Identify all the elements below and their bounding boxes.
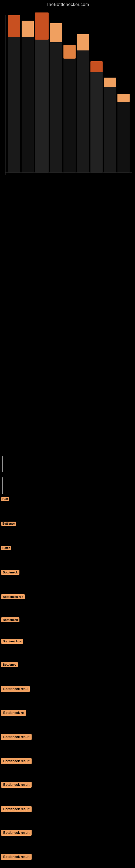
result-badge-6: Bottleneck [1, 617, 19, 622]
result-item-6: Bottleneck [1, 617, 19, 622]
svg-rect-6 [77, 34, 89, 173]
result-item-9: Bottleneck resu [1, 686, 30, 692]
result-badge-9: Bottleneck resu [1, 686, 30, 692]
svg-rect-8 [104, 78, 116, 173]
result-badge-13: Bottleneck result [1, 782, 32, 788]
result-badge-11: Bottleneck result [1, 734, 32, 740]
site-title: TheBottlenecker.com [0, 0, 135, 7]
result-item-5: Bottleneck res [1, 594, 25, 599]
result-item-13: Bottleneck result [1, 782, 32, 788]
result-item-16: Bottleneck result [1, 854, 32, 860]
result-badge-2: Bottlenec [1, 522, 16, 526]
svg-rect-10 [8, 15, 20, 37]
result-badge-7: Bottleneck re [1, 639, 23, 644]
svg-rect-9 [118, 94, 130, 173]
result-item-11: Bottleneck result [1, 734, 32, 740]
svg-rect-14 [63, 45, 76, 59]
svg-rect-1 [8, 15, 20, 173]
result-badge-5: Bottleneck res [1, 594, 25, 599]
svg-rect-15 [77, 34, 89, 51]
result-item-1: Bott [1, 496, 9, 501]
svg-rect-13 [50, 23, 62, 42]
result-badge-14: Bottleneck result [1, 806, 32, 812]
svg-rect-16 [90, 61, 103, 72]
result-item-10: Bottleneck re [1, 710, 26, 716]
result-item-2: Bottlenec [1, 521, 16, 526]
vertical-line-1 [2, 456, 3, 472]
result-badge-1: Bott [1, 497, 9, 501]
svg-rect-4 [50, 23, 62, 173]
result-item-3: Bottle [1, 545, 11, 550]
result-badge-16: Bottleneck result [1, 854, 32, 860]
svg-rect-5 [63, 45, 76, 173]
svg-rect-11 [21, 21, 34, 37]
result-badge-12: Bottleneck result [1, 758, 32, 764]
svg-rect-12 [35, 12, 49, 40]
svg-rect-7 [90, 61, 103, 173]
svg-rect-18 [118, 94, 130, 102]
result-item-8: Bottlenec [1, 662, 18, 667]
result-item-12: Bottleneck result [1, 758, 32, 764]
svg-rect-21 [0, 175, 135, 197]
result-badge-10: Bottleneck re [1, 710, 26, 716]
svg-rect-17 [104, 78, 116, 87]
result-item-15: Bottleneck result [1, 830, 32, 836]
result-item-4: Bottleneck [1, 569, 19, 575]
result-item-7: Bottleneck re [1, 639, 23, 644]
chart-area [0, 7, 135, 197]
result-badge-15: Bottleneck result [1, 830, 32, 836]
result-badge-3: Bottle [1, 546, 11, 550]
vertical-line-2 [2, 477, 3, 494]
result-item-14: Bottleneck result [1, 806, 32, 812]
result-badge-4: Bottleneck [1, 570, 19, 575]
chart-svg [0, 7, 135, 197]
svg-rect-2 [21, 21, 34, 173]
result-badge-8: Bottlenec [1, 662, 18, 667]
